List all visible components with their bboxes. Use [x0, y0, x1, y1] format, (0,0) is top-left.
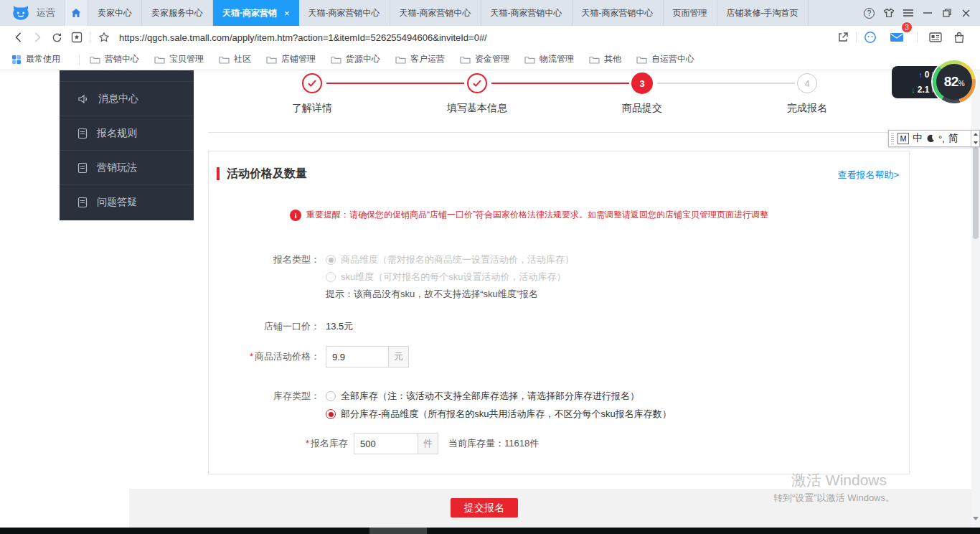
sku-hint-text: 提示：该商品没有sku，故不支持选择“sku维度”报名 — [326, 288, 538, 301]
help-button[interactable]: ? — [859, 0, 879, 26]
current-stock-text: 当前库存量：11618件 — [448, 437, 539, 450]
step-1-circle — [302, 73, 322, 93]
mail-button[interactable]: 3 — [887, 26, 906, 49]
divider — [208, 132, 971, 133]
assistant-button[interactable] — [860, 26, 880, 49]
close-icon — [962, 9, 970, 17]
radio-partial-stock-label: 部分库存-商品维度（所有报名的sku共用活动库存，不区分每个sku报名库存数） — [341, 408, 672, 421]
back-icon — [15, 32, 22, 42]
bookmark-folder-other[interactable]: 其他 — [589, 53, 621, 65]
radio-product-dimension[interactable] — [326, 255, 336, 265]
theme-button[interactable] — [879, 0, 898, 26]
step-3-circle: 3 — [631, 72, 653, 94]
radio-all-stock[interactable] — [326, 391, 336, 401]
bookmark-most-used[interactable]: 最常使用 — [11, 53, 60, 65]
ime-punctuation-button[interactable]: °, — [938, 134, 945, 144]
bookmark-star-button[interactable] — [94, 26, 113, 49]
bookmarks-bar: 最常使用 营销中心 宝贝管理 社区 店铺管理 货源中心 客户运营 资金管理 物流… — [0, 49, 980, 70]
page-favorite-button[interactable] — [67, 26, 86, 49]
restore-icon — [943, 9, 951, 17]
tab-close-icon[interactable]: × — [284, 8, 290, 19]
step-progress: 3 4 了解详情 填写基本信息 商品提交 完成报名 — [208, 70, 910, 133]
bookmark-folder-community[interactable]: 社区 — [219, 53, 251, 65]
windows-activation-watermark-sub: 转到“设置”以激活 Windows。 — [773, 492, 895, 505]
tab-tmall-marketing-center-2[interactable]: 天猫-商家营销中心 — [390, 0, 481, 26]
tab-page-management[interactable]: 页面管理 — [664, 0, 717, 26]
folder-icon — [219, 55, 230, 64]
tab-tmall-marketing-center-1[interactable]: 天猫-商家营销中心 — [299, 0, 390, 26]
folder-icon — [266, 55, 277, 64]
document-icon — [77, 162, 88, 174]
help-link[interactable]: 查看报名帮助> — [837, 169, 899, 182]
browser-brand: 运营 — [0, 0, 64, 26]
tab-seller-service-center[interactable]: 卖家服务中心 — [142, 0, 213, 26]
activity-price-label: *商品活动价格： — [209, 350, 320, 363]
url-input[interactable]: https://qgch.sale.tmall.com/apply/item.h… — [119, 32, 833, 43]
assistant-face-icon — [864, 31, 877, 44]
tiny-up-arrow-icon — [974, 133, 978, 136]
submit-button[interactable]: 提交报名 — [451, 498, 518, 517]
ime-toolbar[interactable]: M 中 °, 简 — [888, 130, 980, 147]
bookmark-folder-customer[interactable]: 客户运营 — [395, 53, 445, 65]
sidebar-item-marketing-play[interactable]: 营销玩法 — [60, 150, 194, 184]
stock-unit: 件 — [418, 433, 438, 454]
step-4-label: 完成报名 — [750, 102, 864, 115]
ime-options-scroller[interactable] — [971, 131, 979, 146]
tab-seller-center[interactable]: 卖家中心 — [88, 0, 142, 26]
tab-tmall-marketing-active[interactable]: 天猫-商家营销 × — [213, 0, 299, 26]
account-card-button[interactable] — [925, 26, 945, 49]
tab-tmall-marketing-center-4[interactable]: 天猫-商家营销中心 — [573, 0, 664, 26]
reload-button[interactable] — [47, 26, 67, 49]
shopping-bag-button[interactable] — [949, 26, 969, 49]
bookmark-folder-items[interactable]: 宝贝管理 — [154, 53, 204, 65]
bookmark-folder-logistics[interactable]: 物流管理 — [524, 53, 574, 65]
mail-icon — [890, 32, 904, 43]
back-button[interactable] — [9, 26, 28, 49]
moon-icon[interactable] — [926, 134, 935, 143]
apply-type-label: 报名类型： — [209, 253, 320, 266]
bookmark-folder-shop-management[interactable]: 店铺管理 — [266, 53, 316, 65]
info-icon: i — [290, 210, 301, 221]
ime-simplified-button[interactable]: 简 — [948, 132, 958, 145]
close-button[interactable] — [956, 0, 976, 26]
bookmark-folder-funds[interactable]: 资金管理 — [460, 53, 509, 65]
radio-sku-dimension-label: sku维度（可对报名的每个sku设置活动价，活动库存） — [341, 271, 565, 284]
forward-button[interactable] — [28, 26, 47, 49]
scrollbar-down-arrow-icon[interactable] — [973, 517, 979, 520]
scrollbar-thumb[interactable] — [973, 147, 979, 239]
restore-button[interactable] — [937, 0, 956, 26]
taskbar-hint-segment — [369, 528, 427, 534]
check-icon — [472, 79, 482, 88]
usage-percent: 82% — [944, 74, 965, 90]
stock-input[interactable] — [354, 433, 418, 454]
share-button[interactable] — [833, 26, 852, 49]
ime-mode-button[interactable]: M — [897, 133, 909, 144]
minimize-button[interactable] — [918, 0, 937, 26]
bookmark-folder-marketing[interactable]: 营销中心 — [90, 53, 139, 65]
step-2-label: 填写基本信息 — [420, 102, 534, 115]
tab-strip: 卖家中心 卖家服务中心 天猫-商家营销 × 天猫-商家营销中心 天猫-商家营销中… — [88, 0, 809, 26]
ime-language-button[interactable]: 中 — [913, 132, 923, 145]
upload-arrow-icon: ↑ — [918, 70, 923, 79]
activity-price-input[interactable] — [326, 346, 389, 367]
resource-usage-gauge[interactable]: 82% — [933, 60, 976, 103]
sidebar-item-apply-rules[interactable]: 报名规则 — [60, 116, 194, 150]
activity-price-row: *商品活动价格： 元 — [209, 346, 409, 367]
home-icon — [70, 7, 82, 19]
bookmark-folder-self-operation[interactable]: 自运营中心 — [636, 53, 694, 65]
list-price-row: 店铺一口价： 13.5元 — [209, 319, 353, 334]
step-4-circle: 4 — [797, 73, 817, 93]
step-connector — [326, 83, 464, 84]
tab-tmall-marketing-center-3[interactable]: 天猫-商家营销中心 — [481, 0, 573, 26]
bookmark-folder-supply[interactable]: 货源中心 — [331, 53, 380, 65]
sidebar-item-message-center[interactable]: 消息中心 — [60, 81, 194, 116]
window-controls: ? — [859, 0, 980, 26]
tab-shop-decoration[interactable]: 店铺装修-手淘首页 — [717, 0, 809, 26]
home-button[interactable] — [64, 0, 88, 26]
required-mark: * — [250, 351, 253, 362]
ime-drag-handle[interactable] — [891, 133, 894, 144]
apply-type-hint-row: 提示：该商品没有sku，故不支持选择“sku维度”报名 — [209, 287, 538, 301]
sidebar-item-faq[interactable]: 问题答疑 — [60, 184, 194, 219]
radio-partial-stock[interactable] — [326, 409, 336, 419]
radio-sku-dimension[interactable] — [326, 272, 336, 282]
